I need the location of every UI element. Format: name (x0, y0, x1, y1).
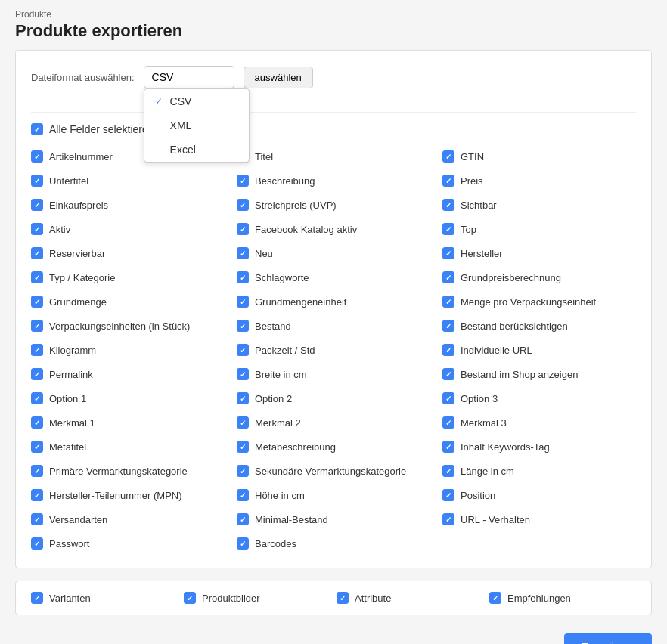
select-all-label: Alle Felder selektieren (49, 123, 154, 135)
field-checkbox[interactable] (237, 271, 249, 283)
dropdown-item-csv[interactable]: ✓ CSV (144, 89, 249, 113)
field-item: Breite in cm (237, 365, 430, 383)
field-item: Titel (237, 147, 430, 166)
field-checkbox[interactable] (31, 175, 43, 187)
field-checkbox[interactable] (237, 175, 249, 187)
field-item: URL - Verhalten (442, 510, 636, 528)
field-item: Option 2 (237, 389, 430, 407)
export-button[interactable]: Exportieren (564, 633, 652, 644)
field-checkbox[interactable] (31, 150, 43, 163)
field-item: Inhalt Keywords-Tag (442, 438, 636, 456)
field-item: Bestand im Shop anzeigen (442, 365, 636, 383)
bottom-grid: Varianten Produktbilder Attribute Empfeh… (31, 592, 636, 604)
field-item: Merkmal 2 (237, 413, 430, 432)
field-checkbox[interactable] (237, 465, 249, 477)
field-checkbox[interactable] (237, 320, 249, 332)
field-item: Primäre Vermarktungskategorie (31, 462, 225, 480)
select-all-checkbox[interactable] (31, 123, 43, 135)
field-checkbox[interactable] (31, 513, 43, 525)
select-all-row: Alle Felder selektieren (31, 112, 636, 135)
field-checkbox[interactable] (237, 416, 249, 429)
field-checkbox[interactable] (237, 223, 249, 235)
field-checkbox[interactable] (442, 368, 454, 380)
field-item: Preis (442, 172, 636, 190)
main-card: Dateiformat auswählen: CSV XML Excel ✓ C… (15, 50, 652, 568)
dropdown-item-excel[interactable]: Excel (144, 138, 249, 162)
field-checkbox[interactable] (442, 441, 454, 453)
field-checkbox[interactable] (442, 416, 454, 429)
field-item: Aktiv (31, 220, 225, 238)
field-checkbox[interactable] (442, 489, 454, 501)
field-checkbox[interactable] (31, 344, 43, 356)
field-item: Merkmal 3 (442, 413, 636, 432)
field-checkbox[interactable] (31, 199, 43, 211)
field-label: Menge pro Verpackungseinheit (461, 296, 596, 308)
field-checkbox[interactable] (237, 368, 249, 380)
field-checkbox[interactable] (442, 392, 454, 404)
field-checkbox[interactable] (442, 175, 454, 187)
field-checkbox[interactable] (237, 296, 249, 308)
field-label: Höhe in cm (255, 490, 305, 501)
field-checkbox[interactable] (31, 416, 43, 429)
field-item: Option 3 (442, 389, 636, 407)
field-checkbox[interactable] (442, 465, 454, 477)
field-item: Bestand (237, 317, 430, 335)
choose-button[interactable]: auswählen (244, 67, 313, 88)
breadcrumb: Produkte (0, 0, 667, 21)
bottom-label: Attribute (355, 593, 391, 604)
field-label: Reservierbar (49, 248, 105, 259)
bottom-checkbox[interactable] (337, 592, 349, 604)
field-checkbox[interactable] (237, 441, 249, 453)
field-checkbox[interactable] (31, 392, 43, 404)
field-checkbox[interactable] (442, 320, 454, 332)
field-checkbox[interactable] (31, 489, 43, 501)
field-checkbox[interactable] (31, 465, 43, 477)
field-checkbox[interactable] (442, 223, 454, 235)
field-label: GTIN (461, 151, 484, 163)
field-checkbox[interactable] (442, 513, 454, 525)
bottom-label: Empfehlungen (507, 593, 571, 604)
bottom-checkbox[interactable] (184, 592, 196, 604)
field-checkbox[interactable] (31, 247, 43, 259)
format-select[interactable]: CSV XML Excel (144, 66, 234, 88)
field-checkbox[interactable] (31, 537, 43, 550)
field-checkbox[interactable] (237, 392, 249, 404)
field-label: Grundpreisberechnung (461, 272, 561, 283)
field-item: Passwort (31, 534, 225, 553)
field-checkbox[interactable] (31, 368, 43, 380)
field-checkbox[interactable] (237, 537, 249, 550)
field-label: Metabeschreibung (255, 441, 336, 453)
field-item: Untertitel (31, 172, 225, 190)
field-label: Artikelnummer (49, 151, 113, 163)
field-checkbox[interactable] (31, 271, 43, 283)
field-checkbox[interactable] (237, 344, 249, 356)
field-checkbox[interactable] (237, 199, 249, 211)
field-checkbox[interactable] (442, 247, 454, 259)
field-label: Verpackungseinheiten (in Stück) (49, 320, 190, 332)
field-checkbox[interactable] (442, 150, 454, 163)
bottom-checkbox[interactable] (31, 592, 43, 604)
field-item: Facebook Katalog aktiv (237, 220, 430, 238)
csv-label: CSV (170, 95, 192, 107)
field-checkbox[interactable] (237, 489, 249, 501)
field-checkbox[interactable] (442, 344, 454, 356)
field-checkbox[interactable] (442, 296, 454, 308)
field-item: Reservierbar (31, 244, 225, 262)
xml-label: XML (170, 119, 192, 132)
field-label: Einkaufspreis (49, 200, 108, 211)
bottom-checkbox[interactable] (489, 592, 501, 604)
field-checkbox[interactable] (237, 513, 249, 525)
field-checkbox[interactable] (31, 296, 43, 308)
dropdown-item-xml[interactable]: XML (144, 113, 249, 138)
field-checkbox[interactable] (442, 271, 454, 283)
field-checkbox[interactable] (442, 199, 454, 211)
field-checkbox[interactable] (31, 320, 43, 332)
field-label: Sichtbar (461, 200, 497, 211)
fields-grid: Artikelnummer Titel GTIN Untertitel Besc… (31, 147, 636, 553)
field-item: Beschreibung (237, 172, 430, 190)
excel-checkmark (155, 144, 166, 155)
field-checkbox[interactable] (31, 223, 43, 235)
field-item: Top (442, 220, 636, 238)
field-checkbox[interactable] (237, 247, 249, 259)
field-checkbox[interactable] (31, 441, 43, 453)
